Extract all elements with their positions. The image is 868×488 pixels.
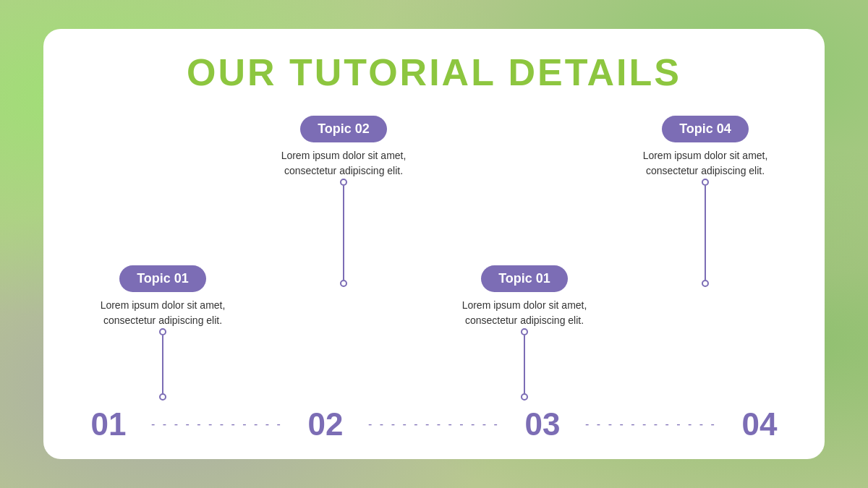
- topic-01-top-dot: [159, 328, 166, 335]
- topic-01: Topic 01 Lorem ipsum dolor sit amet, con…: [90, 265, 235, 401]
- topic-03-bottom-dot: [521, 393, 528, 401]
- number-02: 02: [289, 406, 362, 442]
- dash-1: - - - - - - - - - - - -: [145, 418, 289, 431]
- topic-01-text: Lorem ipsum dolor sit amet, consectetur …: [90, 298, 235, 328]
- topic-04-badge: Topic 04: [662, 116, 749, 142]
- topic-03: Topic 01 Lorem ipsum dolor sit amet, con…: [452, 265, 597, 401]
- number-01: 01: [72, 406, 145, 442]
- topic-03-top-dot: [521, 328, 528, 335]
- topic-02-badge: Topic 02: [300, 116, 387, 142]
- dash-3: - - - - - - - - - - - -: [579, 418, 723, 431]
- topic-03-line: [524, 335, 525, 393]
- topic-01-badge: Topic 01: [119, 265, 206, 292]
- topic-04: Topic 04 Lorem ipsum dolor sit amet, con…: [633, 116, 778, 287]
- topic-01-line: [162, 335, 163, 393]
- topic-02-top-dot: [340, 179, 347, 186]
- topic-01-bottom-dot: [159, 393, 166, 401]
- dash-2: - - - - - - - - - - - -: [362, 418, 506, 431]
- topic-04-top-dot: [702, 179, 709, 186]
- topic-04-text: Lorem ipsum dolor sit amet, consectetur …: [633, 148, 778, 179]
- topic-02-text: Lorem ipsum dolor sit amet, consectetur …: [271, 148, 416, 179]
- topic-03-text: Lorem ipsum dolor sit amet, consectetur …: [452, 298, 597, 328]
- topic-02-line: [343, 186, 344, 280]
- topic-04-line: [705, 186, 706, 280]
- number-04: 04: [723, 406, 796, 442]
- topic-03-badge: Topic 01: [481, 265, 568, 292]
- main-card: OUR TUTORIAL DETAILS Topic 02 Lorem ipsu…: [43, 29, 825, 459]
- number-03: 03: [506, 406, 579, 442]
- topic-02: Topic 02 Lorem ipsum dolor sit amet, con…: [271, 116, 416, 287]
- page-title: OUR TUTORIAL DETAILS: [187, 51, 681, 94]
